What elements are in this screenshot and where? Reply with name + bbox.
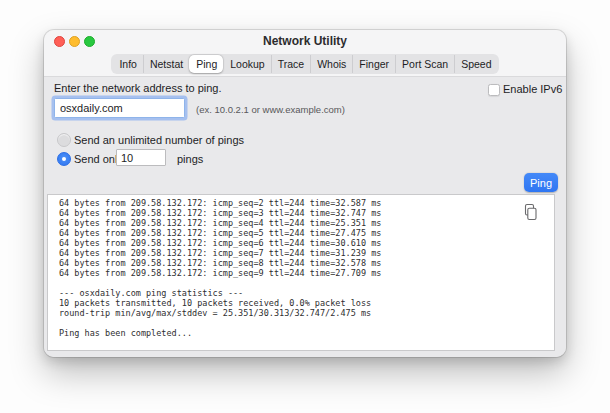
ping-output-area[interactable]: 64 bytes from 209.58.132.172: icmp_seq=2… <box>47 194 555 351</box>
address-input[interactable] <box>54 98 185 118</box>
window-titlebar[interactable]: Network Utility <box>44 30 566 52</box>
unlimited-pings-label: Send an unlimited number of pings <box>74 134 244 146</box>
ipv6-label: Enable IPv6 <box>503 83 562 95</box>
tab-row: InfoNetstatPingLookupTraceWhoisFingerPor… <box>44 54 566 74</box>
unlimited-pings-radio[interactable] <box>57 133 71 147</box>
tab-whois[interactable]: Whois <box>310 55 352 73</box>
tab-finger[interactable]: Finger <box>352 55 395 73</box>
copy-icon[interactable] <box>522 203 538 221</box>
ping-button[interactable]: Ping <box>524 173 558 192</box>
ipv6-checkbox[interactable] <box>488 84 500 96</box>
tab-netstat[interactable]: Netstat <box>143 55 189 73</box>
ping-output: 64 bytes from 209.58.132.172: icmp_seq=2… <box>48 195 554 338</box>
pings-suffix-label: pings <box>177 153 203 165</box>
ping-count-input[interactable] <box>116 149 166 166</box>
window-title: Network Utility <box>44 34 566 48</box>
tab-port-scan[interactable]: Port Scan <box>395 55 454 73</box>
address-label: Enter the network address to ping. <box>54 82 222 94</box>
tab-lookup[interactable]: Lookup <box>223 55 270 73</box>
window-header: Network Utility InfoNetstatPingLookupTra… <box>44 30 566 77</box>
tab-bar: InfoNetstatPingLookupTraceWhoisFingerPor… <box>111 54 498 74</box>
network-utility-window: Network Utility InfoNetstatPingLookupTra… <box>44 30 566 357</box>
tab-ping[interactable]: Ping <box>189 55 223 73</box>
tab-speed[interactable]: Speed <box>454 55 497 73</box>
limited-pings-radio[interactable] <box>57 152 71 166</box>
tab-trace[interactable]: Trace <box>271 55 310 73</box>
address-hint: (ex. 10.0.2.1 or www.example.com) <box>196 104 345 115</box>
tab-info[interactable]: Info <box>112 55 143 73</box>
ping-pane: Enter the network address to ping. (ex. … <box>44 77 566 357</box>
